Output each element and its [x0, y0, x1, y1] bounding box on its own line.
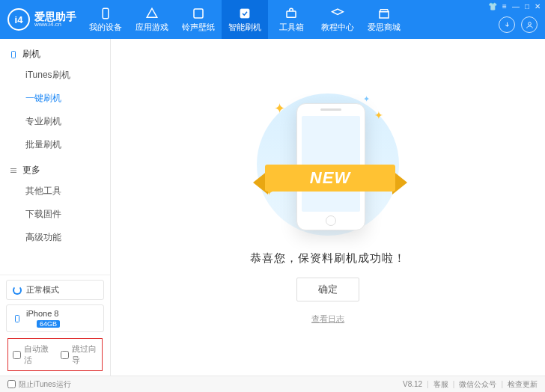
device-name: iPhone 8	[26, 309, 60, 318]
check-update-link[interactable]: 检查更新	[508, 379, 538, 390]
close-icon[interactable]: ✕	[535, 2, 541, 10]
star-icon: ✦	[274, 100, 285, 117]
version-label: V8.12	[403, 380, 422, 388]
device-storage-badge: 64GB	[37, 320, 60, 328]
device-mode[interactable]: 正常模式	[6, 280, 104, 300]
status-bar: 阻止iTunes运行 V8.12 | 客服 | 微信公众号 | 检查更新	[0, 376, 545, 392]
device-card[interactable]: iPhone 8 64GB	[6, 304, 104, 332]
wechat-link[interactable]: 微信公众号	[459, 379, 496, 390]
svg-rect-6	[12, 51, 16, 58]
sidebar: 刷机 iTunes刷机 一键刷机 专业刷机 批量刷机 更多 其他工具 下载固件 …	[0, 39, 111, 376]
support-link[interactable]: 客服	[433, 379, 448, 390]
star-icon: ✦	[374, 109, 383, 121]
ok-button[interactable]: 确定	[296, 278, 359, 301]
store-icon	[377, 7, 391, 20]
main-panel: ✦ ✦ ✦ ✦ NEW 恭喜您，保资料刷机成功啦！ 确定 查看日志	[111, 39, 545, 376]
nav-tutorial[interactable]: 教程中心	[314, 0, 361, 39]
menu-icon[interactable]: ≡	[502, 2, 507, 10]
brand-subtitle: www.i4.cn	[34, 22, 76, 28]
svg-point-5	[528, 22, 531, 25]
sidebar-item-pro-flash[interactable]: 专业刷机	[0, 110, 110, 133]
skip-guide-checkbox[interactable]: 跳过向导	[61, 343, 98, 366]
nav-my-device[interactable]: 我的设备	[82, 0, 129, 39]
maximize-icon[interactable]: □	[525, 2, 529, 10]
svg-rect-2	[240, 9, 249, 18]
phone-icon	[99, 7, 112, 20]
apps-icon	[145, 7, 159, 20]
nav-apps-games[interactable]: 应用游戏	[129, 0, 175, 39]
phone-small-icon	[13, 313, 22, 324]
view-log-link[interactable]: 查看日志	[311, 313, 344, 325]
success-illustration: ✦ ✦ ✦ ✦ NEW	[253, 90, 403, 239]
brand-logo: i4 爱思助手 www.i4.cn	[0, 8, 82, 31]
wallpaper-icon	[192, 7, 205, 20]
top-nav: 我的设备 应用游戏 铃声壁纸 智能刷机 工具箱 教程中心 爱思商城	[82, 0, 407, 39]
svg-rect-7	[16, 315, 19, 322]
svg-rect-1	[194, 9, 203, 18]
svg-rect-0	[103, 8, 109, 19]
menu-lines-icon	[9, 166, 18, 175]
skin-icon[interactable]: 👕	[488, 2, 497, 10]
sidebar-item-one-click-flash[interactable]: 一键刷机	[0, 87, 110, 110]
nav-store[interactable]: 爱思商城	[361, 0, 407, 39]
sidebar-item-download-fw[interactable]: 下载固件	[0, 203, 110, 226]
sidebar-group-flash: 刷机	[0, 45, 110, 64]
logo-icon: i4	[7, 8, 30, 31]
user-icon[interactable]	[521, 16, 538, 33]
auto-activate-checkbox[interactable]: 自动激活	[13, 343, 50, 366]
block-itunes-checkbox[interactable]: 阻止iTunes运行	[7, 379, 71, 390]
toolbox-icon	[284, 7, 298, 20]
svg-rect-3	[287, 11, 296, 17]
flash-icon	[238, 7, 252, 20]
nav-toolbox[interactable]: 工具箱	[268, 0, 314, 39]
brand-title: 爱思助手	[34, 11, 76, 22]
graduation-icon	[331, 7, 344, 20]
window-controls: 👕 ≡ — □ ✕	[488, 2, 541, 10]
svg-rect-4	[380, 11, 389, 17]
sidebar-item-other-tools[interactable]: 其他工具	[0, 180, 110, 203]
sidebar-item-itunes-flash[interactable]: iTunes刷机	[0, 64, 110, 87]
nav-ring-wall[interactable]: 铃声壁纸	[175, 0, 222, 39]
app-header: i4 爱思助手 www.i4.cn 我的设备 应用游戏 铃声壁纸 智能刷机 工具…	[0, 0, 545, 39]
success-message: 恭喜您，保资料刷机成功啦！	[250, 251, 406, 266]
minimize-icon[interactable]: —	[512, 2, 520, 10]
device-icon	[9, 50, 18, 59]
new-ribbon: NEW	[265, 165, 395, 192]
sparkle-icon: ✦	[363, 94, 370, 104]
sidebar-item-advanced[interactable]: 高级功能	[0, 226, 110, 249]
sidebar-group-more: 更多	[0, 161, 110, 180]
nav-flash[interactable]: 智能刷机	[222, 0, 268, 39]
options-highlight: 自动激活 跳过向导	[7, 338, 103, 371]
spinner-icon	[13, 286, 22, 295]
download-icon[interactable]	[499, 16, 515, 33]
sidebar-item-batch-flash[interactable]: 批量刷机	[0, 133, 110, 156]
